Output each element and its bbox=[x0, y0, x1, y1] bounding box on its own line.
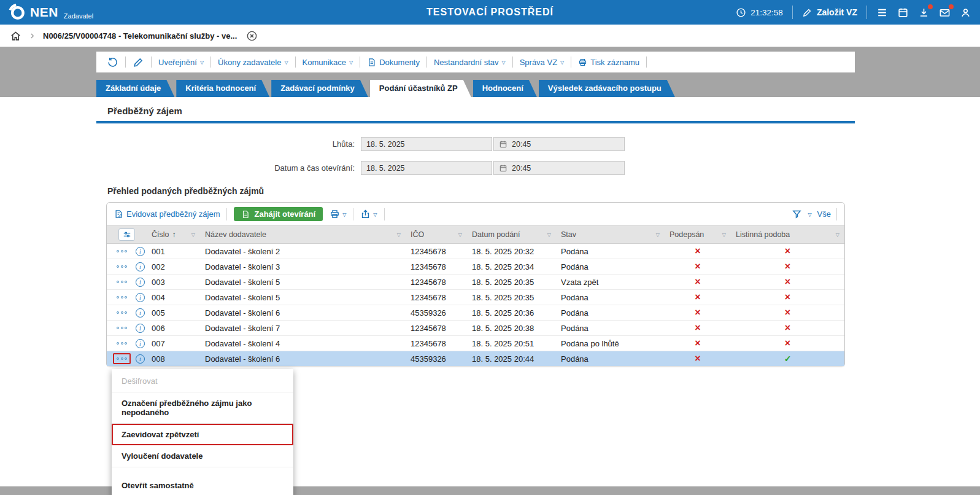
nen-logo[interactable]: NEN Zadavatel bbox=[9, 4, 93, 21]
info-icon[interactable]: i bbox=[136, 308, 145, 318]
oteviran-date-input[interactable]: 18. 5. 2025 bbox=[361, 161, 492, 175]
calendar-icon[interactable] bbox=[897, 7, 909, 18]
tab-podani-ucastniku-zp[interactable]: Podání účastníků ZP bbox=[370, 80, 471, 97]
filter-caret-icon[interactable]: ▽ bbox=[652, 232, 660, 238]
cell-cislo: 008 bbox=[147, 351, 200, 366]
column-header-cislo[interactable]: Číslo↑▽ bbox=[147, 226, 200, 243]
filter-all-option[interactable]: Vše bbox=[817, 209, 831, 219]
column-label: Číslo bbox=[152, 230, 169, 239]
toolbar-item-uverejneni[interactable]: Uveřejnění▽ bbox=[158, 58, 204, 67]
row-menu-icon[interactable] bbox=[113, 307, 131, 318]
user-icon[interactable] bbox=[960, 7, 971, 18]
cell-podepsan: × bbox=[665, 351, 731, 366]
column-header-datum-podani[interactable]: Datum podání▽ bbox=[467, 226, 556, 243]
row-actions: i bbox=[107, 305, 147, 320]
cell-cislo: 002 bbox=[147, 259, 200, 274]
hamburger-menu-icon[interactable] bbox=[876, 7, 888, 18]
filter-caret-icon[interactable]: ▽ bbox=[719, 232, 726, 238]
info-icon[interactable]: i bbox=[136, 354, 145, 364]
messages-button[interactable] bbox=[939, 7, 951, 18]
cross-icon: × bbox=[785, 246, 790, 256]
cell-datum: 18. 5. 2025 20:38 bbox=[467, 321, 556, 335]
table-row-004[interactable]: i004Dodavatel - školení 51234567818. 5. … bbox=[107, 290, 844, 305]
cell-stav: Podána bbox=[556, 259, 665, 274]
column-settings-button[interactable] bbox=[118, 228, 135, 241]
tab-vysledek-zadavaciho-postupu[interactable]: Výsledek zadávacího postupu bbox=[539, 80, 675, 97]
register-preliminary-interest-button[interactable]: Evidovat předběžný zájem bbox=[114, 209, 220, 219]
context-menu-item-zaevidovat-zpetvzeti[interactable]: Zaevidovat zpětvzetí bbox=[112, 424, 293, 445]
column-header-stav[interactable]: Stav▽ bbox=[556, 226, 665, 243]
column-header-listinna-podoba[interactable]: Listinná podoba▽ bbox=[731, 226, 844, 243]
context-menu-item-vylouceni-dodavatele[interactable]: Vyloučení dodavatele bbox=[112, 445, 293, 467]
cell-podepsan: × bbox=[665, 305, 731, 320]
filter-caret-icon[interactable]: ▽ bbox=[393, 232, 401, 238]
table-row-002[interactable]: i002Dodavatel - školení 31234567818. 5. … bbox=[107, 259, 844, 275]
column-header-podepsan[interactable]: Podepsán▽ bbox=[665, 226, 731, 243]
context-menu-item-otevrit-samostatne[interactable]: Otevřít samostatně bbox=[112, 475, 293, 495]
toolbar-item-dokumenty[interactable]: Dokumenty bbox=[367, 58, 420, 67]
toolbar-item-komunikace[interactable]: Komunikace▽ bbox=[303, 58, 353, 67]
tab-zadavaci-podminky[interactable]: Zadávací podmínky bbox=[271, 80, 368, 97]
row-menu-icon[interactable] bbox=[113, 292, 131, 303]
print-button[interactable]: ▽ bbox=[330, 209, 346, 219]
column-header-ico[interactable]: IČO▽ bbox=[406, 226, 467, 243]
context-menu-item-oznaceni-predbezneho-zajmu-jako-nepodaneho[interactable]: Označení předběžného zájmu jako nepodané… bbox=[112, 392, 293, 424]
nen-logo-icon bbox=[9, 4, 26, 21]
info-icon[interactable]: i bbox=[136, 293, 145, 302]
table-row-008[interactable]: i008Dodavatel - školení 64535932618. 5. … bbox=[107, 351, 844, 367]
row-menu-icon[interactable] bbox=[113, 261, 131, 272]
filter-icon[interactable] bbox=[792, 209, 802, 219]
table-row-003[interactable]: i003Dodavatel - školení 51234567818. 5. … bbox=[107, 275, 844, 290]
calendar-icon[interactable] bbox=[499, 140, 507, 149]
lhuta-date-input[interactable]: 18. 5. 2025 bbox=[361, 137, 492, 151]
chevron-down-icon[interactable]: ▽ bbox=[808, 212, 811, 217]
oteviran-time-input[interactable]: 20:45 bbox=[493, 161, 625, 175]
clock-icon bbox=[736, 7, 746, 18]
toolbar-item-tisk-zaznamu[interactable]: Tisk záznamu bbox=[578, 58, 639, 67]
filter-caret-icon[interactable]: ▽ bbox=[544, 232, 551, 238]
start-opening-button[interactable]: Zahájit otevírání bbox=[234, 207, 323, 221]
column-label: Stav bbox=[561, 230, 576, 239]
lhuta-time-input[interactable]: 20:45 bbox=[493, 137, 625, 151]
tab-zakladni-udaje[interactable]: Základní údaje bbox=[96, 80, 174, 97]
column-header-nazev-dodavatele[interactable]: Název dodavatele▽ bbox=[200, 226, 406, 243]
row-menu-icon[interactable] bbox=[113, 276, 131, 287]
cell-ico: 12345678 bbox=[406, 290, 467, 305]
filter-caret-icon[interactable]: ▽ bbox=[832, 232, 839, 238]
filter-caret-icon[interactable]: ▽ bbox=[455, 232, 462, 238]
row-menu-icon[interactable] bbox=[113, 246, 131, 257]
create-vz-label: Založit VZ bbox=[817, 7, 857, 17]
toolbar-item-ukony-zadavatele[interactable]: Úkony zadavatele▽ bbox=[218, 58, 288, 67]
export-button[interactable]: ▽ bbox=[360, 209, 377, 219]
cell-cislo: 001 bbox=[147, 244, 200, 259]
sort-asc-icon[interactable]: ↑ bbox=[172, 230, 176, 239]
table-row-006[interactable]: i006Dodavatel - školení 71234567818. 5. … bbox=[107, 321, 844, 336]
info-icon[interactable]: i bbox=[136, 278, 145, 287]
column-header-settings[interactable] bbox=[107, 226, 147, 243]
toolbar-item-sprava-vz[interactable]: Správa VZ▽ bbox=[520, 58, 565, 67]
toolbar-item-label: Tisk záznamu bbox=[590, 58, 639, 67]
history-icon[interactable] bbox=[107, 57, 118, 68]
toolbar-item-nestandardni-stav[interactable]: Nestandardní stav▽ bbox=[434, 58, 506, 67]
table-filter-controls: ▽ Vše bbox=[792, 208, 837, 220]
home-icon[interactable] bbox=[10, 30, 21, 42]
row-menu-icon[interactable] bbox=[113, 338, 131, 349]
breadcrumb-record-title[interactable]: N006/25/V00004748 - Telekomunikační služ… bbox=[43, 31, 237, 41]
info-icon[interactable]: i bbox=[136, 262, 145, 271]
info-icon[interactable]: i bbox=[136, 324, 145, 333]
tab-hodnoceni[interactable]: Hodnocení bbox=[473, 80, 537, 97]
tab-kriteria-hodnoceni[interactable]: Kritéria hodnocení bbox=[176, 80, 269, 97]
filter-caret-icon[interactable]: ▽ bbox=[188, 232, 195, 238]
downloads-button[interactable] bbox=[918, 7, 930, 18]
table-row-007[interactable]: i007Dodavatel - školení 41234567818. 5. … bbox=[107, 336, 844, 351]
row-menu-icon[interactable] bbox=[113, 353, 131, 364]
pencil-icon[interactable] bbox=[133, 57, 144, 68]
info-icon[interactable]: i bbox=[136, 247, 145, 256]
row-menu-icon[interactable] bbox=[113, 322, 131, 333]
table-row-005[interactable]: i005Dodavatel - školení 64535932618. 5. … bbox=[107, 305, 844, 321]
create-vz-button[interactable]: Založit VZ bbox=[802, 7, 857, 18]
calendar-icon[interactable] bbox=[499, 164, 507, 173]
info-icon[interactable]: i bbox=[136, 339, 145, 348]
close-tab-icon[interactable] bbox=[246, 30, 258, 42]
table-row-001[interactable]: i001Dodavatel - školení 21234567818. 5. … bbox=[107, 244, 844, 259]
